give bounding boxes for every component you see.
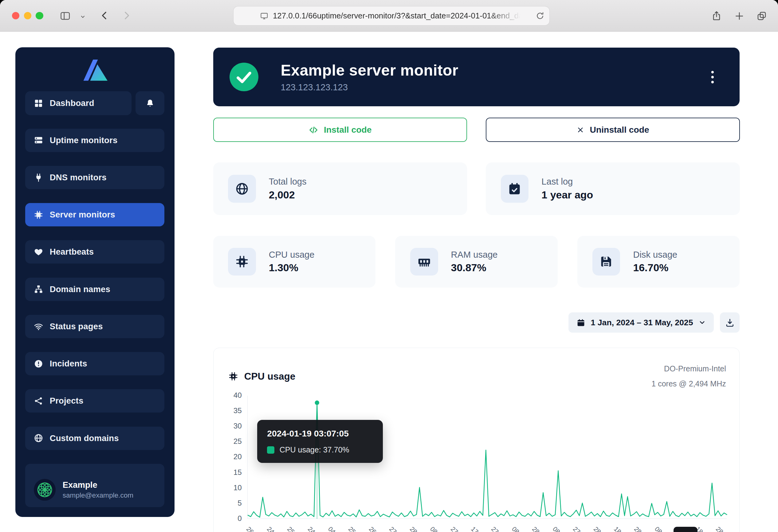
x-tick-label: 27: [449, 525, 459, 532]
monitor-stack-icon: [34, 136, 43, 145]
x-tick-label: 28: [633, 525, 643, 532]
sidebar-item-custom-domains[interactable]: Custom domains: [25, 427, 164, 450]
date-row: 1 Jan, 2024 – 31 May, 2025: [213, 313, 740, 333]
forward-button[interactable]: [122, 10, 132, 23]
sidebar-item-label: Custom domains: [50, 433, 119, 443]
sidebar-toggle-button[interactable]: [59, 10, 71, 23]
new-tab-button[interactable]: [734, 11, 744, 21]
notifications-button[interactable]: [136, 91, 164, 115]
user-name: Example: [63, 480, 133, 490]
x-tick-label: 04: [327, 525, 337, 532]
tab-overview-button[interactable]: [757, 11, 767, 21]
stat-value: 1.30%: [269, 262, 315, 274]
y-tick-label: 20: [214, 449, 242, 464]
sidebar-item-status-pages[interactable]: Status pages: [25, 315, 164, 338]
stats-row-1: Total logs 2,002 Last log 1 year ago: [213, 163, 740, 215]
series-swatch: [267, 446, 275, 454]
share-button[interactable]: [711, 10, 722, 21]
stat-label: Disk usage: [633, 250, 677, 260]
forward-icon: [122, 10, 132, 21]
stat-card-disk-usage: Disk usage 16.70%: [577, 236, 740, 287]
url-bar[interactable]: 127.0.0.1/66uptime/server-monitor/3?&sta…: [234, 6, 549, 25]
y-tick-label: 15: [214, 465, 242, 480]
main-content: Example server monitor 123.123.123.123 I…: [213, 48, 740, 532]
kebab-menu-button[interactable]: [708, 68, 717, 86]
app-logo[interactable]: [25, 47, 164, 92]
globe-icon: [235, 182, 249, 196]
sidebar-item-dns-monitors[interactable]: DNS monitors: [25, 166, 164, 189]
server-meta: DO-Premium-Intel 1 cores @ 2,494 MHz: [651, 361, 726, 391]
stat-label: RAM usage: [451, 250, 498, 260]
x-tick-label: 26: [368, 525, 378, 532]
x-tick-label: 26: [245, 525, 255, 532]
disk-icon: [599, 255, 613, 268]
sidebar-item-label: Projects: [50, 396, 84, 406]
uninstall-code-button[interactable]: Uninstall code: [486, 118, 740, 142]
minimize-button[interactable]: [24, 12, 31, 19]
plus-icon: [734, 11, 744, 21]
app-page: Dashboard Uptime monitors DNS monitors S…: [0, 32, 778, 532]
server-specs: 1 cores @ 2,494 MHz: [651, 376, 726, 391]
scroll-indicator: [674, 527, 698, 532]
calendar-icon: [576, 318, 586, 327]
user-menu[interactable]: Example sample@example.com: [25, 472, 164, 507]
sidebar-item-heartbeats[interactable]: Heartbeats: [25, 240, 164, 264]
globe-icon: [34, 433, 43, 443]
cpu-icon: [34, 210, 43, 219]
sidebar-item-incidents[interactable]: Incidents: [25, 352, 164, 375]
stat-value: 2,002: [269, 189, 307, 201]
close-button[interactable]: [12, 12, 19, 19]
reload-button[interactable]: [536, 11, 544, 22]
dashboard-row: Dashboard: [25, 91, 164, 115]
kebab-icon: [711, 71, 714, 84]
icon-tile: [593, 248, 620, 276]
stat-value: 30.87%: [451, 262, 498, 274]
sidebar-item-label: DNS monitors: [50, 173, 106, 182]
x-tick-label: 18: [612, 525, 623, 532]
x-tick-label: 08: [511, 525, 521, 532]
x-tick-label: 08: [429, 525, 439, 532]
stat-label: Last log: [541, 177, 593, 187]
sidebar-item-label: Incidents: [50, 359, 87, 369]
avatar: [34, 479, 56, 501]
share-icon: [711, 10, 722, 21]
zoom-button[interactable]: [35, 12, 43, 19]
chevron-down-icon: [80, 14, 86, 20]
back-button[interactable]: [99, 10, 110, 23]
download-icon: [725, 318, 735, 328]
heart-icon: [34, 247, 43, 257]
date-range-label: 1 Jan, 2024 – 31 May, 2025: [591, 318, 693, 328]
sidebar-item-server-monitors[interactable]: Server monitors: [25, 203, 164, 227]
tooltip-value: CPU usage: 37.70%: [280, 445, 349, 454]
y-tick-label: 25: [214, 434, 242, 449]
url-text: 127.0.0.1/66uptime/server-monitor/3?&sta…: [273, 11, 523, 20]
install-code-button[interactable]: Install code: [213, 118, 467, 142]
status-check-icon: [230, 63, 258, 92]
tab-group-chevron-button[interactable]: [80, 13, 86, 21]
date-range-button[interactable]: 1 Jan, 2024 – 31 May, 2025: [568, 313, 714, 333]
x-icon: [576, 126, 585, 134]
y-tick-label: 5: [214, 496, 242, 511]
chevron-down-icon: [698, 319, 706, 326]
download-button[interactable]: [720, 313, 740, 333]
x-tick-label: 08: [551, 525, 561, 532]
x-tick-label: 28: [408, 525, 418, 532]
stat-card-ram-usage: RAM usage 30.87%: [395, 236, 557, 287]
x-tick-label: 27: [490, 525, 500, 532]
sidebar-item-projects[interactable]: Projects: [25, 389, 164, 413]
website-icon: [260, 12, 268, 20]
sidebar-item-label: Uptime monitors: [50, 136, 118, 145]
sidebar-item-domain-names[interactable]: Domain names: [25, 278, 164, 301]
cpu-icon: [235, 255, 249, 268]
server-name: DO-Premium-Intel: [651, 361, 726, 376]
sidebar-item-label: Dashboard: [50, 98, 94, 108]
sidebar-item-uptime-monitors[interactable]: Uptime monitors: [25, 129, 164, 152]
sidebar: Dashboard Uptime monitors DNS monitors S…: [15, 47, 174, 517]
tooltip-timestamp: 2024-01-19 03:07:05: [267, 429, 373, 439]
sidebar-item-dashboard[interactable]: Dashboard: [25, 91, 132, 115]
stat-card-total-logs: Total logs 2,002: [213, 163, 467, 215]
y-tick-label: 10: [214, 480, 242, 496]
x-tick-label: 25: [347, 525, 357, 532]
alert-circle-icon: [34, 359, 43, 369]
y-tick-label: 30: [214, 418, 242, 434]
